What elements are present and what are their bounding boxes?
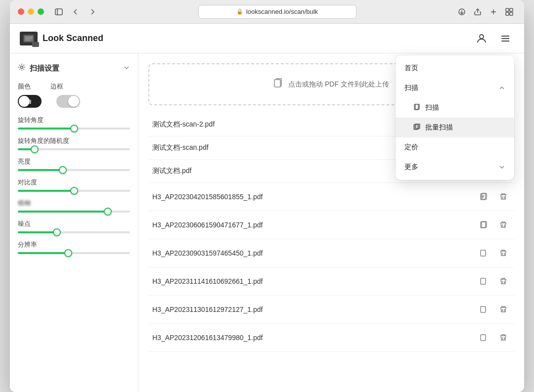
app-title: Look Scanned [43, 33, 103, 44]
new-tab-button[interactable] [487, 5, 500, 19]
menu-item-pricing[interactable]: 定价 [396, 137, 514, 157]
menu-pricing-label: 定价 [404, 143, 418, 152]
menu-item-scan-single[interactable]: 扫描 [396, 98, 514, 118]
dropdown-menu: 首页 扫描 [396, 55, 514, 180]
back-button[interactable] [69, 5, 83, 19]
svg-rect-6 [510, 8, 513, 11]
close-button[interactable] [18, 8, 24, 15]
browser-titlebar: 🔒 lookscanned.io/scan/bulk [10, 0, 524, 24]
browser-window: 🔒 lookscanned.io/scan/bulk [10, 0, 524, 392]
svg-rect-0 [55, 9, 62, 15]
share-button[interactable] [471, 5, 485, 19]
menu-section-scan[interactable]: 扫描 [396, 78, 514, 98]
svg-rect-8 [510, 12, 513, 15]
menu-scan-label: 扫描 [404, 84, 418, 92]
logo-icon [20, 32, 38, 45]
menu-bulk-scan-label: 批量扫描 [425, 123, 453, 132]
menu-section-more[interactable]: 更多 [396, 157, 514, 177]
dropdown-overlay: 首页 扫描 [10, 53, 524, 392]
chevron-down-icon [498, 164, 505, 171]
user-profile-button[interactable] [473, 30, 490, 47]
svg-point-14 [480, 35, 484, 39]
bulk-scan-icon [413, 124, 420, 132]
address-bar: 🔒 lookscanned.io/scan/bulk [105, 5, 449, 19]
svg-rect-5 [506, 8, 509, 11]
menu-more-label: 更多 [404, 163, 418, 172]
header-right [473, 30, 514, 47]
app-content: Look Scanned [10, 24, 524, 392]
main-layout: 扫描设置 颜色 边框 [10, 53, 524, 392]
menu-item-home[interactable]: 首页 [396, 58, 514, 78]
download-button[interactable] [455, 5, 469, 19]
fullscreen-button[interactable] [38, 8, 44, 15]
scan-sub-icon [413, 104, 420, 112]
url-text: lookscanned.io/scan/bulk [246, 8, 318, 15]
lock-icon: 🔒 [236, 8, 243, 15]
menu-home-label: 首页 [404, 64, 418, 73]
hamburger-menu-button[interactable] [496, 30, 514, 47]
minimize-button[interactable] [28, 8, 34, 15]
traffic-lights [18, 8, 44, 15]
sidebar-toggle-button[interactable] [52, 5, 66, 19]
app-logo: Look Scanned [20, 32, 103, 45]
chevron-up-icon [498, 85, 505, 91]
svg-rect-7 [506, 12, 509, 15]
tabs-button[interactable] [502, 5, 516, 19]
browser-nav-controls [52, 5, 99, 19]
menu-item-bulk-scan[interactable]: 批量扫描 [396, 118, 514, 137]
forward-button[interactable] [86, 5, 99, 19]
url-input[interactable]: 🔒 lookscanned.io/scan/bulk [198, 5, 356, 19]
app-header: Look Scanned [10, 24, 524, 53]
menu-scan-single-label: 扫描 [425, 103, 439, 112]
browser-right-controls [455, 5, 516, 19]
